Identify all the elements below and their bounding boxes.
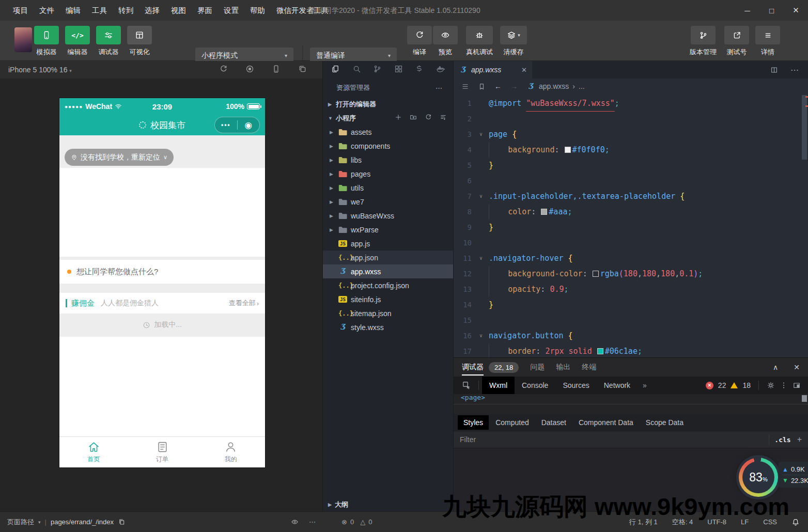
breadcrumb-file[interactable]: app.wxss	[539, 82, 569, 90]
editor-scrollbar[interactable]	[801, 94, 808, 357]
wxml-dom-view[interactable]: <page>	[454, 394, 808, 404]
menu-item[interactable]: 界面	[192, 6, 218, 14]
close-button[interactable]: ✕	[784, 0, 808, 21]
list-icon[interactable]	[461, 83, 469, 90]
tree-item-assets[interactable]: ▶ assets	[323, 125, 453, 139]
project-new-file-icon[interactable]	[395, 114, 402, 122]
wxml-scrollbar[interactable]	[802, 395, 807, 402]
bookmark-icon[interactable]	[478, 83, 486, 90]
project-refresh-icon[interactable]	[425, 114, 432, 122]
activity-blocks-icon[interactable]	[394, 65, 403, 75]
editor-more-icon[interactable]: ⋯	[790, 65, 799, 75]
action-测试号[interactable]: 测试号	[722, 26, 751, 57]
style-tab-Dataset[interactable]: Dataset	[536, 415, 572, 430]
eye-icon[interactable]	[291, 518, 299, 526]
project-new-folder-icon[interactable]	[410, 114, 417, 122]
action-编译[interactable]: 编译	[407, 26, 432, 57]
style-tab-Computed[interactable]: Computed	[490, 415, 535, 430]
device-selector[interactable]: iPhone 5 100% 16 ▾	[8, 66, 72, 74]
filter-input[interactable]	[460, 435, 764, 444]
add-style-icon[interactable]: +	[797, 435, 802, 444]
devtools-tab-Network[interactable]: Network	[597, 377, 638, 394]
tree-item-style.wxss[interactable]: Ʒ style.wxss	[323, 320, 453, 334]
project-collapse-icon[interactable]	[440, 114, 447, 122]
more-actions-icon[interactable]: ⋯	[436, 84, 443, 92]
close-panel-icon[interactable]: ✕	[794, 363, 800, 371]
action-版本管理[interactable]: 版本管理	[687, 26, 720, 57]
menu-item[interactable]: 编辑	[60, 6, 86, 14]
editor-tab-app-wxss[interactable]: Ʒ app.wxss ✕	[454, 61, 532, 79]
more-menu-button[interactable]: •••	[215, 121, 237, 129]
collapse-panel-icon[interactable]: ∧	[773, 363, 778, 371]
outline-section[interactable]: ▶ 大纲	[323, 498, 453, 511]
inspect-element-icon[interactable]	[462, 381, 471, 390]
devtools-tab-Sources[interactable]: Sources	[555, 377, 596, 394]
tree-item-app.js[interactable]: JS app.js	[323, 237, 453, 251]
bell-icon[interactable]	[791, 518, 800, 526]
action-详情[interactable]: 详情	[753, 26, 782, 57]
toggle-模拟器[interactable]: 模拟器	[34, 26, 59, 57]
phone-tab-订单[interactable]: 订单	[128, 437, 197, 467]
breadcrumb-rest[interactable]: ...	[579, 82, 585, 90]
menu-item[interactable]: 帮助	[244, 6, 271, 14]
path-label[interactable]: 页面路径	[7, 518, 34, 527]
style-tab-Component-Data[interactable]: Component Data	[573, 415, 639, 430]
kebab-menu-icon[interactable]	[780, 381, 788, 389]
tree-item-wxParse[interactable]: ▶ wxParse	[323, 223, 453, 237]
style-tab-Styles[interactable]: Styles	[458, 415, 489, 430]
menu-item[interactable]: 转到	[113, 6, 139, 14]
menu-item[interactable]: 视图	[165, 6, 192, 14]
close-tab-icon[interactable]: ✕	[521, 66, 527, 74]
fold-chevron-icon[interactable]: ∨	[479, 251, 489, 266]
activity-files-icon[interactable]	[331, 65, 340, 75]
tree-item-utils[interactable]: ▶ utils	[323, 181, 453, 195]
tree-item-we7[interactable]: ▶ we7	[323, 195, 453, 209]
action-真机调试[interactable]: 真机调试	[463, 26, 496, 57]
copy-icon[interactable]	[118, 518, 126, 526]
tree-item-wuBaseWxss[interactable]: ▶ wuBaseWxss	[323, 209, 453, 223]
dock-icon[interactable]	[793, 381, 801, 389]
maximize-button[interactable]: □	[759, 0, 784, 21]
debugger-tab-终端[interactable]: 终端	[582, 358, 596, 377]
tree-item-siteinfo.js[interactable]: JS siteinfo.js	[323, 292, 453, 306]
toggle-可视化[interactable]: 可视化	[127, 26, 152, 57]
activity-branch-icon[interactable]	[373, 65, 382, 75]
tree-item-app.wxss[interactable]: Ʒ app.wxss	[323, 264, 453, 278]
tree-item-pages[interactable]: ▶ pages	[323, 167, 453, 181]
menu-item[interactable]: 选择	[139, 6, 165, 14]
activity-stash-icon[interactable]	[415, 65, 424, 75]
task-prompt-row[interactable]: 想让同学帮您做点什么?	[59, 260, 265, 284]
forward-icon[interactable]: →	[510, 82, 518, 90]
activity-search-icon[interactable]	[352, 65, 361, 75]
style-tab-Scope-Data[interactable]: Scope Data	[640, 415, 689, 430]
debugger-tab-输出[interactable]: 输出	[556, 358, 570, 377]
view-all-link[interactable]: 查看全部 ›	[229, 299, 259, 308]
devtools-tab-Wxml[interactable]: Wxml	[482, 377, 515, 394]
gear-icon[interactable]	[767, 381, 775, 389]
toggle-调试器[interactable]: 调试器	[96, 26, 121, 57]
sim-stop-icon[interactable]	[245, 65, 254, 75]
code-editor[interactable]: 1@import "wuBaseWxss/7.wxss";23∨page {4 …	[454, 94, 808, 357]
split-editor-icon[interactable]	[770, 66, 778, 74]
minimize-button[interactable]: ─	[735, 0, 759, 21]
fold-chevron-icon[interactable]: ∨	[479, 328, 489, 343]
commission-section-header[interactable]: 赚佣金 人人都是佣金猎人 查看全部 ›	[59, 293, 265, 314]
sim-windows-icon[interactable]	[298, 65, 307, 75]
action-清缓存[interactable]: ▾ 清缓存	[498, 26, 529, 57]
cls-toggle[interactable]: .cls	[774, 436, 790, 444]
open-editors-section[interactable]: ▶ 打开的编辑器	[323, 97, 453, 111]
project-section[interactable]: ▼ 小程序	[323, 111, 453, 125]
menu-item[interactable]: 设置	[218, 6, 244, 14]
page-path[interactable]: pages/errand/_/index	[51, 518, 114, 526]
menu-item[interactable]: 项目	[7, 6, 34, 14]
phone-tab-首页[interactable]: 首页	[59, 437, 128, 467]
location-pill[interactable]: 没有找到学校，重新定位 ∨	[65, 149, 174, 166]
phone-tab-我的[interactable]: 我的	[196, 437, 265, 467]
debugger-tab-问题[interactable]: 问题	[530, 358, 545, 377]
tree-item-project.config.json[interactable]: {..} project.config.json	[323, 278, 453, 292]
activity-docker-icon[interactable]	[436, 65, 445, 75]
tree-item-app.json[interactable]: {..} app.json	[323, 251, 453, 264]
more-panels-icon[interactable]: »	[638, 381, 652, 389]
close-app-button[interactable]: ◉	[238, 121, 260, 130]
debugger-tab-调试器[interactable]: 调试器 22, 18	[462, 358, 519, 377]
